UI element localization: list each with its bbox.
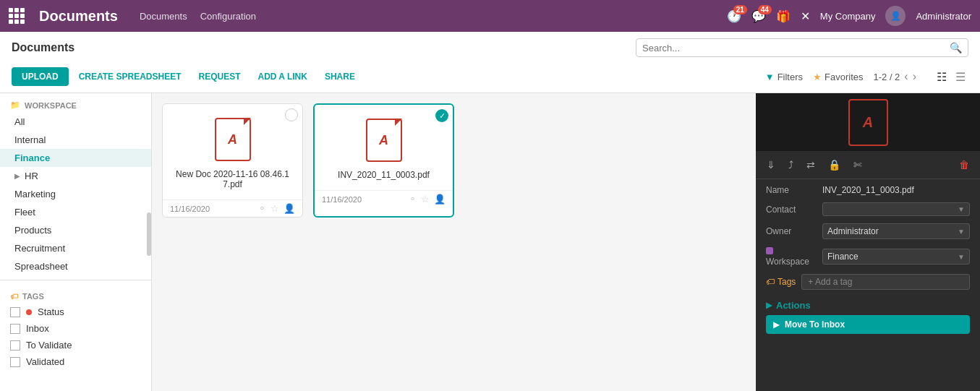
field-workspace-select[interactable]: Finance ▼	[822, 249, 970, 265]
gift-icon[interactable]: 🎁	[776, 9, 791, 23]
panel-delete-button[interactable]: 🗑	[955, 157, 973, 173]
tag-inbox[interactable]: Inbox	[0, 320, 151, 337]
activity-icon[interactable]: 🕐 21	[727, 9, 741, 23]
admin-name[interactable]: Administrator	[916, 11, 971, 22]
sidebar-item-products[interactable]: Products	[0, 221, 151, 239]
filters-label: Filters	[777, 72, 803, 82]
field-owner-value: Administrator	[827, 226, 879, 236]
close-icon[interactable]: ✕	[801, 9, 810, 23]
doc-star-icon-2[interactable]: ☆	[421, 194, 430, 205]
pdf-icon-wrap-1: A	[211, 114, 255, 165]
sidebar-item-recruitment-label: Recruitment	[14, 243, 65, 254]
favorites-button[interactable]: ★ Favorites	[813, 72, 863, 82]
tags-section-header: 🏷 TAGS	[0, 285, 151, 304]
tag-inbox-checkbox[interactable]	[10, 324, 20, 334]
contact-dropdown-arrow: ▼	[958, 205, 965, 213]
expand-icon: ▶	[14, 172, 20, 180]
move-to-inbox-label: Move To Inbox	[785, 319, 845, 330]
field-tags-label: 🏷 Tags	[766, 277, 796, 287]
share-button[interactable]: SHARE	[318, 67, 362, 86]
doc-card-2[interactable]: A INV_2020_11_0003.pdf 11/16/2020 ⚬ ☆ 👤 …	[313, 103, 454, 218]
search-bar[interactable]: 🔍	[636, 38, 968, 57]
panel-replace-button[interactable]: ⇄	[803, 157, 819, 173]
sidebar-item-spreadsheet[interactable]: Spreadsheet	[0, 257, 151, 275]
top-navigation: Documents Documents Configuration 🕐 21 💬…	[0, 0, 980, 32]
field-tags-input[interactable]: + Add a tag	[801, 274, 970, 290]
doc-select-2[interactable]: ✓	[435, 109, 448, 122]
filters-button[interactable]: ▼ Filters	[765, 72, 803, 82]
tag-validated[interactable]: Validated	[0, 353, 151, 370]
doc-card-2-body: A INV_2020_11_0003.pdf	[315, 105, 453, 190]
tag-validated-checkbox[interactable]	[10, 357, 20, 367]
tag-status-dot	[26, 309, 32, 315]
panel-preview: A	[756, 93, 980, 151]
search-input[interactable]	[642, 43, 950, 53]
doc-footer-1: 11/16/2020 ⚬ ☆ 👤	[163, 199, 302, 217]
doc-date-2: 11/16/2020	[322, 195, 409, 204]
subheader: Documents 🔍 UPLOAD CREATE SPREADSHEET RE…	[0, 32, 980, 93]
pagination: 1-2 / 2 ‹ ›	[873, 70, 916, 83]
prev-page-button[interactable]: ‹	[904, 70, 908, 83]
tag-to-validate-checkbox[interactable]	[10, 340, 20, 351]
list-view-button[interactable]: ☰	[953, 69, 968, 85]
create-spreadsheet-button[interactable]: CREATE SPREADSHEET	[72, 67, 189, 86]
company-name[interactable]: My Company	[820, 11, 876, 22]
doc-footer-2: 11/16/2020 ⚬ ☆ 👤	[315, 190, 453, 207]
panel-download-button[interactable]: ⇓	[763, 157, 779, 173]
nav-link-configuration[interactable]: Configuration	[200, 11, 256, 22]
sidebar-item-products-label: Products	[14, 225, 51, 236]
search-icon[interactable]: 🔍	[950, 42, 962, 53]
avatar[interactable]: 👤	[885, 6, 906, 26]
panel-toolbar: ⇓ ⤴ ⇄ 🔒 ✄ 🗑	[756, 151, 980, 179]
pdf-icon-2: A	[366, 119, 402, 162]
sidebar-divider	[0, 280, 151, 280]
messages-icon[interactable]: 💬 44	[751, 9, 766, 23]
sidebar-item-finance[interactable]: Finance	[0, 149, 151, 167]
tags-placeholder: + Add a tag	[808, 277, 852, 287]
add-link-button[interactable]: ADD A LINK	[250, 67, 314, 86]
request-button[interactable]: REQUEST	[191, 67, 247, 86]
app-title: Documents	[39, 8, 118, 25]
panel-share-button[interactable]: ⤴	[785, 157, 797, 173]
actions-header[interactable]: ▶ Actions	[766, 300, 970, 311]
field-owner-select[interactable]: Administrator ▼	[822, 223, 970, 239]
pdf-icon-1: A	[215, 118, 251, 161]
actions-section: ▶ Actions ▶ Move To Inbox	[756, 296, 980, 343]
doc-star-icon-1[interactable]: ☆	[270, 203, 279, 214]
document-grid: A New Doc 2020-11-16 08.46.17.pdf 11/16/…	[152, 93, 756, 391]
actions-play-icon: ▶	[766, 301, 772, 310]
owner-dropdown-arrow: ▼	[958, 228, 965, 236]
sidebar-item-internal-label: Internal	[14, 134, 46, 145]
sidebar-item-recruitment[interactable]: Recruitment	[0, 239, 151, 257]
tag-to-validate[interactable]: To Validate	[0, 337, 151, 353]
field-contact-label: Contact	[766, 205, 817, 215]
doc-select-1[interactable]	[285, 108, 298, 121]
panel-scissors-button[interactable]: ✄	[850, 157, 866, 173]
sidebar-scrollbar[interactable]	[147, 212, 151, 256]
sidebar-item-marketing[interactable]: Marketing	[0, 185, 151, 203]
tag-status-checkbox[interactable]	[10, 307, 20, 317]
sidebar-item-hr[interactable]: ▶ HR	[0, 167, 151, 185]
nav-link-documents[interactable]: Documents	[140, 11, 187, 22]
app-grid-icon[interactable]	[9, 8, 25, 24]
field-workspace-value: Finance	[827, 252, 858, 262]
workspace-dot-icon	[766, 247, 773, 254]
sidebar-item-fleet-label: Fleet	[14, 207, 35, 218]
doc-user-icon-2: 👤	[434, 194, 446, 205]
tag-inbox-label: Inbox	[26, 323, 49, 334]
sidebar-item-all[interactable]: All	[0, 113, 151, 131]
tag-status[interactable]: Status	[0, 304, 151, 320]
grid-view-button[interactable]: ☷	[934, 69, 950, 85]
field-contact-select[interactable]: ▼	[822, 202, 970, 216]
next-page-button[interactable]: ›	[913, 70, 916, 83]
upload-button[interactable]: UPLOAD	[12, 67, 69, 86]
move-to-inbox-button[interactable]: ▶ Move To Inbox	[766, 315, 970, 334]
sidebar-item-internal[interactable]: Internal	[0, 131, 151, 149]
sidebar-item-all-label: All	[14, 116, 25, 127]
messages-badge: 44	[758, 5, 772, 14]
doc-card-1[interactable]: A New Doc 2020-11-16 08.46.17.pdf 11/16/…	[162, 103, 303, 218]
sidebar: 📁 WORKSPACE All Internal Finance ▶ HR Ma…	[0, 93, 152, 391]
filter-group: ▼ Filters ★ Favorites 1-2 / 2 ‹ › ☷ ☰	[765, 69, 968, 85]
panel-lock-button[interactable]: 🔒	[825, 157, 844, 173]
sidebar-item-fleet[interactable]: Fleet	[0, 203, 151, 221]
